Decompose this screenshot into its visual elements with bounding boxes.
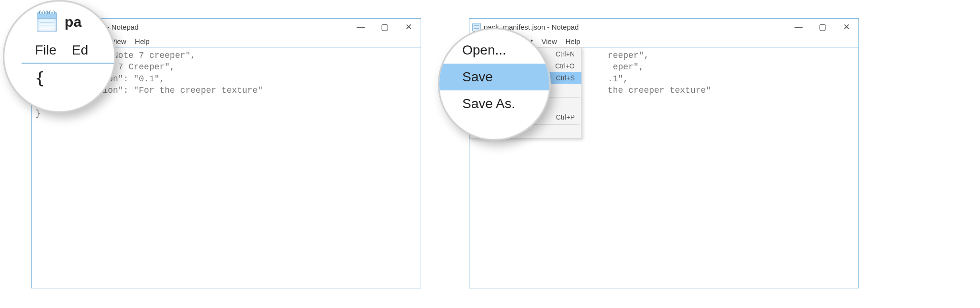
window-title-fragment: pa — [65, 14, 82, 30]
minimize-button[interactable]: — — [787, 19, 811, 35]
minimize-button[interactable]: — — [349, 19, 373, 35]
menu-item-save-as[interactable]: Save As. — [439, 90, 551, 117]
maximize-button[interactable]: ▢ — [373, 19, 397, 35]
magnifier-right: Open... Save Save As. — [438, 28, 551, 141]
notepad-app-icon — [37, 12, 57, 32]
menu-file[interactable]: File — [35, 43, 56, 58]
editor-brace: { — [35, 68, 45, 88]
magnifier-left: pa File Ed { — [3, 0, 116, 113]
shortcut-print: Ctrl+P — [556, 113, 575, 121]
titlebar[interactable]: pack_manifest.json - Notepad — ▢ ✕ — [469, 19, 858, 35]
menu-view[interactable]: View — [538, 37, 561, 45]
shortcut-new: Ctrl+N — [556, 50, 575, 58]
close-button[interactable]: ✕ — [397, 19, 421, 35]
maximize-button[interactable]: ▢ — [811, 19, 835, 35]
menu-help[interactable]: Help — [562, 37, 584, 45]
menu-item-save[interactable]: Save — [439, 64, 551, 90]
menu-help[interactable]: Help — [131, 37, 154, 45]
shortcut-save: Ctrl+S — [556, 74, 575, 82]
menu-edit-fragment[interactable]: Ed — [72, 43, 88, 58]
close-button[interactable]: ✕ — [835, 19, 858, 35]
shortcut-open: Ctrl+O — [555, 62, 575, 70]
